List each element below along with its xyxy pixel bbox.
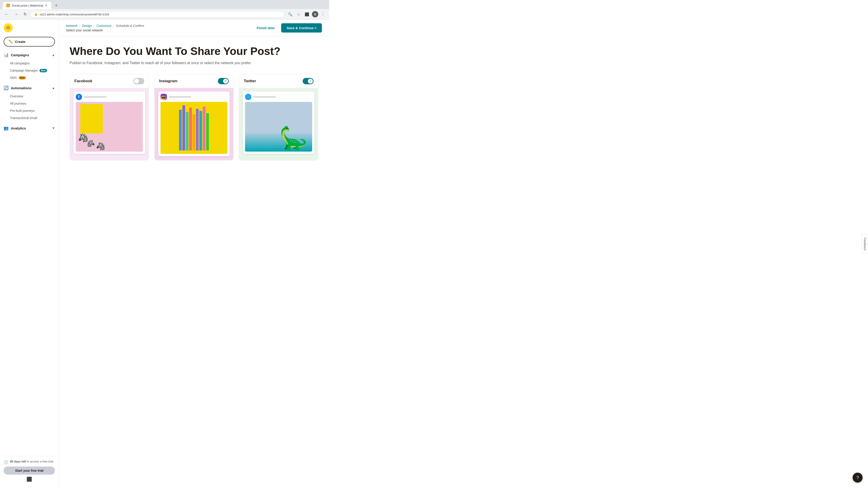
pencil-3 <box>186 112 188 151</box>
breadcrumb-sep-2: › <box>94 24 95 27</box>
instagram-mock-post: 📷 <box>158 92 230 156</box>
tab-favicon: 🐵 <box>6 4 10 7</box>
browser-chrome: 🐵 Social posts | Mailchimp ✕ + ← → ↻ 🔒 u… <box>0 0 329 20</box>
mailchimp-logo-icon: 🐵 <box>4 23 13 32</box>
sidebar: 🐵 ✏️ Create 📊 Campaigns ▲ All campaigns … <box>0 20 59 487</box>
zebra-icon-2: 🦓 <box>87 140 95 147</box>
trial-info: 🕐 90 days left to access a free trial. <box>4 460 55 464</box>
instagram-card: Instagram ✓ 📷 <box>154 74 234 160</box>
save-continue-button[interactable]: Save & Continue > <box>281 23 322 33</box>
instagram-toggle-thumb: ✓ <box>223 78 228 84</box>
finish-later-button[interactable]: Finish later <box>253 24 278 32</box>
analytics-title: 👥 Analytics <box>4 126 26 131</box>
breadcrumb-design[interactable]: Design <box>82 24 92 28</box>
collapse-icon: ⬛ <box>26 477 32 482</box>
page-subtext: Publish to Facebook, Instagram, and Twit… <box>70 61 318 65</box>
start-trial-button[interactable]: Start your free trial <box>4 466 55 475</box>
browser-titlebar: 🐵 Social posts | Mailchimp ✕ + <box>0 0 329 9</box>
sidebar-section-analytics: 👥 Analytics ▼ <box>0 123 59 135</box>
sidebar-item-all-journeys[interactable]: All journeys <box>0 100 59 107</box>
browser-tab[interactable]: 🐵 Social posts | Mailchimp ✕ <box>3 2 51 9</box>
breadcrumb-sep-3: › <box>113 24 114 27</box>
instagram-label: Instagram <box>159 79 178 84</box>
facebook-icon: f <box>76 94 82 100</box>
breadcrumb-customize[interactable]: Customize <box>96 24 112 28</box>
sidebar-item-prebuilt[interactable]: Pre-built journeys <box>0 107 59 114</box>
sidebar-section-automations: 🔄 Automations ▲ Overview All journeys Pr… <box>0 83 59 123</box>
facebook-label: Facebook <box>74 79 92 84</box>
instagram-post-image <box>160 102 228 154</box>
breadcrumb-sep-1: › <box>79 24 80 27</box>
twitter-toggle[interactable]: ✓ <box>303 78 313 84</box>
clock-icon: 🕐 <box>4 460 8 464</box>
incognito-avatar[interactable]: S <box>312 11 318 18</box>
automations-chevron-icon: ▲ <box>52 86 55 90</box>
pencil-group <box>179 105 209 151</box>
sidebar-item-transactional[interactable]: Transactional email <box>0 114 59 122</box>
svg-text:🐵: 🐵 <box>6 25 11 30</box>
sidebar-item-all-campaigns[interactable]: All campaigns <box>0 60 59 67</box>
reload-button[interactable]: ↻ <box>22 11 29 18</box>
breadcrumb-schedule: Schedule & Confirm <box>116 24 144 28</box>
search-icon-btn[interactable]: 🔍 <box>286 11 294 18</box>
twitter-card-header: Twitter ✓ <box>239 74 318 88</box>
facebook-toggle[interactable] <box>133 78 144 84</box>
tab-close-button[interactable]: ✕ <box>45 4 48 7</box>
facebook-post-image: 🦓 🦓 🦓 <box>76 102 143 152</box>
breadcrumb-network[interactable]: Network <box>66 24 78 28</box>
instagram-check-icon: ✓ <box>224 79 227 83</box>
page-subtitle: Select your social network <box>66 29 144 32</box>
tab-title: Social posts | Mailchimp <box>12 4 43 7</box>
facebook-yellow-rect <box>80 104 103 133</box>
zebra-icon-3: 🦓 <box>96 142 105 151</box>
automations-icon: 🔄 <box>4 86 8 90</box>
instagram-toggle[interactable]: ✓ <box>218 78 229 84</box>
campaigns-section-header[interactable]: 📊 Campaigns ▲ <box>0 50 59 60</box>
twitter-mock-post: 🐦 🦕 <box>243 92 314 154</box>
campaigns-title: 📊 Campaigns <box>4 53 29 57</box>
main-content: Network › Design › Customize › Schedule … <box>59 20 329 487</box>
twitter-post-image: 🦕 <box>245 102 312 152</box>
sidebar-item-overview[interactable]: Overview <box>0 93 59 100</box>
browser-icons: 🔍 ☆ ⬛ S ⋮ <box>286 11 327 18</box>
bookmark-icon-btn[interactable]: ☆ <box>295 11 302 18</box>
app-layout: 🐵 ✏️ Create 📊 Campaigns ▲ All campaigns … <box>0 20 329 487</box>
campaigns-icon: 📊 <box>4 53 8 57</box>
twitter-icon: 🐦 <box>245 94 251 100</box>
breadcrumb: Network › Design › Customize › Schedule … <box>66 24 144 28</box>
campaigns-chevron-icon: ▲ <box>52 53 55 57</box>
facebook-mock-post: f 🦓 🦓 🦓 <box>73 92 145 154</box>
pencil-icon: ✏️ <box>8 39 13 44</box>
twitter-card: Twitter ✓ 🐦 <box>239 74 318 160</box>
analytics-section-header[interactable]: 👥 Analytics ▼ <box>0 123 59 133</box>
sidebar-item-campaign-manager[interactable]: Campaign Manager New <box>0 67 59 74</box>
facebook-post-header: f <box>76 94 143 100</box>
pencil-1 <box>179 110 182 151</box>
campaign-manager-badge: New <box>39 69 47 72</box>
create-button[interactable]: ✏️ Create <box>4 37 55 46</box>
menu-icon-btn[interactable]: ⋮ <box>319 11 327 18</box>
twitter-preview: 🐦 🦕 <box>239 88 318 160</box>
forward-button[interactable]: → <box>12 11 20 18</box>
pencil-7 <box>199 111 202 151</box>
page-content: Where Do You Want To Share Your Post? Pu… <box>59 36 329 169</box>
page-heading: Where Do You Want To Share Your Post? <box>70 45 318 57</box>
address-bar[interactable]: 🔒 us21.admin.mailchimp.com/social-posts/… <box>31 11 284 18</box>
twitter-toggle-thumb: ✓ <box>308 78 313 84</box>
topbar-actions: Finish later Save & Continue > <box>253 23 322 33</box>
twitter-name-bar <box>253 96 276 98</box>
instagram-preview: 📷 <box>155 88 234 160</box>
automations-section-header[interactable]: 🔄 Automations ▲ <box>0 83 59 93</box>
sidebar-logo: 🐵 <box>0 20 59 37</box>
sidebar-item-sms[interactable]: SMS New <box>0 74 59 81</box>
extensions-icon-btn[interactable]: ⬛ <box>303 11 311 18</box>
dinosaur-icon: 🦕 <box>279 125 308 152</box>
twitter-label: Twitter <box>244 79 256 84</box>
facebook-card-header: Facebook <box>70 74 149 88</box>
new-tab-button[interactable]: + <box>53 2 59 9</box>
pencil-8 <box>203 106 206 151</box>
back-button[interactable]: ← <box>3 11 10 18</box>
twitter-post-header: 🐦 <box>245 94 312 100</box>
collapse-sidebar-button[interactable]: ⬛ <box>4 475 55 484</box>
sidebar-bottom: 🕐 90 days left to access a free trial. S… <box>0 456 59 487</box>
